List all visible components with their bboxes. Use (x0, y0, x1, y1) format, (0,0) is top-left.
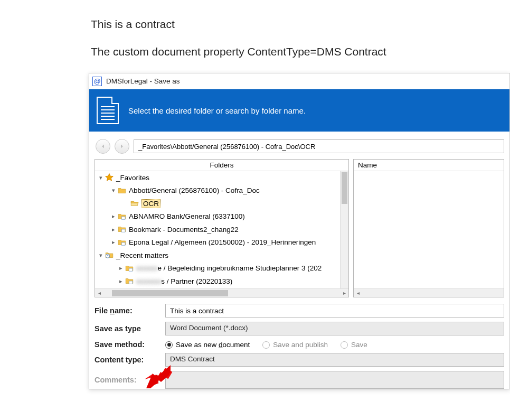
tree-row-recent[interactable]: ▾ _Recent matters (95, 249, 348, 262)
tree-label: xxxxxxxs / Partner (20220133) (136, 277, 232, 285)
saveastype-dropdown[interactable]: Word Document (*.docx) (165, 322, 504, 335)
expand-icon[interactable]: ▸ (110, 213, 117, 220)
tree-row-epona[interactable]: ▸ Epona Legal / Algemeen (20150002) - 20… (95, 236, 348, 249)
tree-row-abbott[interactable]: ▾ Abbott/General (256876100) - Cofra_Doc (95, 184, 348, 198)
site-folder-icon (125, 264, 134, 273)
comments-textarea[interactable] (165, 371, 504, 389)
contenttype-dropdown[interactable]: DMS Contract (165, 353, 504, 367)
page-heading-2: The custom document property ContentType… (0, 31, 510, 58)
tree-label: Abbott/General (256876100) - Cofra_Doc (129, 186, 260, 194)
expand-icon[interactable]: ▾ (110, 187, 117, 194)
tree-label: Epona Legal / Algemeen (20150002) - 2019… (129, 238, 316, 246)
page-heading-1: This is a contract (0, 0, 510, 31)
folders-header: Folders (95, 160, 348, 171)
tree-label: ABNAMRO Bank/General (6337100) (129, 212, 245, 220)
folder-tree[interactable]: ▾ _Favorites ▾ Abbott/General (256876100… (95, 171, 348, 290)
nav-forward-button[interactable] (115, 139, 129, 154)
svg-rect-0 (121, 217, 125, 219)
tree-label-selected: OCR (141, 199, 160, 208)
expand-icon[interactable]: ▸ (117, 278, 125, 285)
site-folder-icon (117, 212, 127, 221)
name-column-header[interactable]: Name (354, 160, 504, 171)
tree-row-recent-1[interactable]: ▸ xxxxxxe / Begeleiding ingebruikname St… (95, 262, 348, 275)
expand-icon[interactable]: ▾ (97, 174, 105, 181)
radio-icon (165, 341, 173, 349)
svg-rect-4 (129, 268, 133, 271)
clock-folder-icon (105, 250, 114, 260)
tree-label: _Favorites (116, 174, 149, 182)
svg-rect-5 (129, 281, 133, 284)
filename-input[interactable] (165, 304, 504, 318)
star-icon (105, 173, 114, 182)
tree-row-ocr[interactable]: OCR (95, 197, 348, 210)
filename-label: File name: (95, 306, 165, 315)
document-icon (97, 97, 119, 124)
svg-marker-14 (147, 375, 160, 388)
svg-rect-2 (121, 242, 125, 245)
tree-label: xxxxxxe / Begeleiding ingebruikname Stud… (136, 264, 322, 272)
horizontal-scrollbar[interactable]: ◂ (354, 288, 504, 297)
radio-icon (262, 341, 270, 349)
banner: Select the desired folder or search by f… (89, 89, 509, 132)
expand-icon[interactable]: ▸ (117, 265, 125, 272)
folder-open-icon (130, 199, 139, 208)
tree-row-abnamro[interactable]: ▸ ABNAMRO Bank/General (6337100) (95, 210, 348, 223)
site-folder-icon (117, 238, 127, 247)
folders-pane: Folders ▾ _Favorites ▾ Abb (95, 159, 349, 297)
tree-row-bookmark[interactable]: ▸ Bookmark - Documents2_chang22 (95, 223, 348, 236)
savemethod-label: Save method: (95, 340, 165, 349)
svg-rect-1 (121, 229, 125, 232)
saveastype-label: Save as type (95, 324, 165, 333)
expand-icon[interactable]: ▸ (110, 226, 117, 233)
radio-icon (341, 341, 348, 349)
path-input[interactable]: _Favorites\Abbott/General (256876100) - … (134, 139, 504, 153)
vertical-scrollbar[interactable] (340, 171, 348, 288)
tree-row-recent-2[interactable]: ▸ xxxxxxxs / Partner (20220133) (95, 275, 348, 288)
titlebar: @ DMSforLegal - Save as (89, 73, 509, 89)
horizontal-scrollbar[interactable]: ◂▸ (95, 288, 348, 297)
expand-icon[interactable]: ▸ (110, 239, 117, 246)
radio-save-publish[interactable]: Save and publish (262, 341, 328, 349)
tree-row-favorites[interactable]: ▾ _Favorites (95, 171, 348, 184)
radio-save-new[interactable]: Save as new document (165, 341, 250, 349)
annotation-arrow-icon (145, 364, 172, 389)
window-title: DMSforLegal - Save as (106, 77, 180, 85)
nav-back-button[interactable] (96, 139, 110, 154)
tree-label: Bookmark - Documents2_chang22 (129, 226, 239, 234)
files-pane: Name ◂ (353, 159, 504, 297)
svg-marker-12 (159, 365, 171, 380)
expand-icon[interactable]: ▾ (97, 252, 105, 259)
app-icon: @ (92, 77, 102, 86)
saveas-dialog: @ DMSforLegal - Save as Select the desir… (89, 73, 510, 389)
radio-save[interactable]: Save (341, 341, 367, 349)
site-folder-icon (125, 276, 134, 286)
folder-icon (117, 186, 127, 195)
site-folder-icon (117, 225, 127, 234)
tree-label: _Recent matters (116, 251, 168, 259)
banner-text: Select the desired folder or search by f… (128, 106, 306, 115)
